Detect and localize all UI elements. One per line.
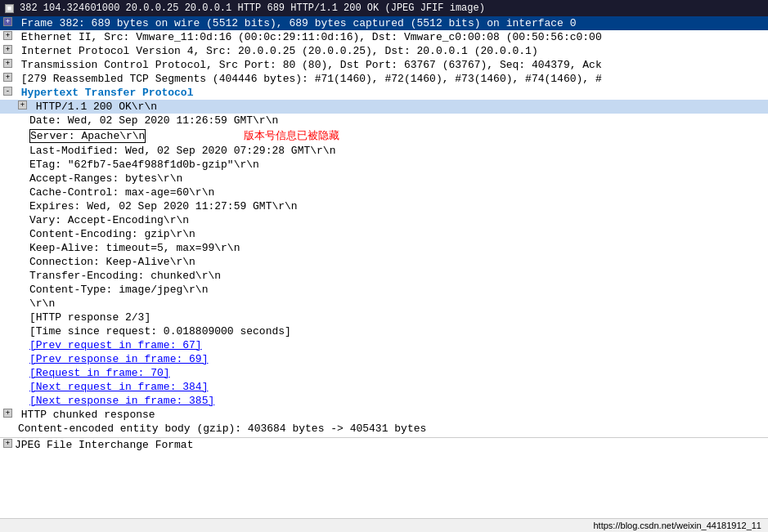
http-ok-expand-icon[interactable]: +	[18, 101, 27, 110]
http-expand-icon[interactable]: -	[3, 87, 12, 96]
http-section-line[interactable]: - Hypertext Transfer Protocol	[0, 86, 768, 100]
vary-text: Vary: Accept-Encoding\r\n	[29, 214, 189, 226]
prev-req-link[interactable]: [Prev request in frame: 67]	[29, 339, 202, 351]
server-annotation: 版本号信息已被隐藏	[244, 128, 339, 143]
http-chunked-line[interactable]: + HTTP chunked response	[0, 408, 768, 422]
crlf-line: \r\n	[0, 297, 768, 311]
chunked-expand-icon[interactable]: +	[3, 409, 12, 418]
status-bar: https://blog.csdn.net/weixin_44181912_11	[0, 518, 768, 532]
keep-alive-text: Keep-Alive: timeout=5, max=99\r\n	[29, 242, 240, 254]
title-text: 382 104.324601000 20.0.0.25 20.0.0.1 HTT…	[20, 2, 485, 14]
last-modified-line: Last-Modified: Wed, 02 Sep 2020 07:29:28…	[0, 144, 768, 158]
ip-expand-icon[interactable]: +	[3, 45, 12, 54]
ethernet-expand-icon[interactable]: +	[3, 31, 12, 40]
vary-line: Vary: Accept-Encoding\r\n	[0, 213, 768, 227]
cache-control-line: Cache-Control: max-age=60\r\n	[0, 186, 768, 199]
server-line: Server: Apache\r\n 版本号信息已被隐藏	[0, 127, 768, 144]
connection-text: Connection: Keep-Alive\r\n	[29, 256, 195, 268]
time-since-line: [Time since request: 0.018809000 seconds…	[0, 324, 768, 338]
tcp-line[interactable]: + Transmission Control Protocol, Src Por…	[0, 58, 768, 72]
status-url: https://blog.csdn.net/weixin_44181912_11	[594, 521, 762, 530]
cache-control-text: Cache-Control: max-age=60\r\n	[29, 186, 214, 199]
content-encoded-text: Content-encoded entity body (gzip): 4036…	[18, 422, 426, 435]
title-bar: ■ 382 104.324601000 20.0.0.25 20.0.0.1 H…	[0, 0, 768, 16]
http-ok-line[interactable]: + HTTP/1.1 200 OK\r\n	[0, 100, 768, 114]
reassembled-expand-icon[interactable]: +	[3, 73, 12, 82]
ethernet-text: Ethernet II, Src: Vmware_11:0d:16 (00:0c…	[15, 31, 602, 43]
jpeg-expand-icon[interactable]: +	[3, 439, 12, 448]
next-resp-link[interactable]: [Next response in frame: 385]	[29, 395, 214, 407]
http-chunked-text: HTTP chunked response	[15, 409, 155, 421]
http-section-label: Hypertext Transfer Protocol	[15, 87, 193, 99]
tcp-text: Transmission Control Protocol, Src Port:…	[15, 59, 602, 71]
content-type-text: Content-Type: image/jpeg\r\n	[29, 284, 208, 296]
next-req-line[interactable]: [Next request in frame: 384]	[0, 380, 768, 394]
prev-req-line[interactable]: [Prev request in frame: 67]	[0, 338, 768, 352]
reassembled-line[interactable]: + [279 Reassembled TCP Segments (404446 …	[0, 72, 768, 86]
date-text: Date: Wed, 02 Sep 2020 11:26:59 GMT\r\n	[29, 114, 278, 127]
accept-ranges-text: Accept-Ranges: bytes\r\n	[29, 172, 182, 185]
ethernet-line[interactable]: + Ethernet II, Src: Vmware_11:0d:16 (00:…	[0, 30, 768, 44]
jpeg-line[interactable]: + JPEG File Interchange Format	[0, 437, 768, 452]
transfer-encoding-line: Transfer-Encoding: chunked\r\n	[0, 269, 768, 283]
prev-resp-line[interactable]: [Prev response in frame: 69]	[0, 352, 768, 366]
connection-line: Connection: Keep-Alive\r\n	[0, 255, 768, 269]
transfer-encoding-text: Transfer-Encoding: chunked\r\n	[29, 270, 221, 282]
crlf-text: \r\n	[29, 297, 55, 310]
etag-text: ETag: "62fb7-5ae4f988f1d0b-gzip"\r\n	[29, 159, 259, 171]
frame-expand-icon[interactable]: +	[3, 17, 12, 26]
req-in-frame-line[interactable]: [Request in frame: 70]	[0, 366, 768, 380]
keep-alive-line: Keep-Alive: timeout=5, max=99\r\n	[0, 241, 768, 255]
server-text-boxed: Server: Apache\r\n	[29, 129, 146, 143]
frame-text: Frame 382: 689 bytes on wire (5512 bits)…	[15, 17, 577, 29]
tcp-expand-icon[interactable]: +	[3, 59, 12, 68]
expires-text: Expires: Wed, 02 Sep 2020 11:27:59 GMT\r…	[29, 200, 298, 212]
content-encoded-line: Content-encoded entity body (gzip): 4036…	[0, 422, 768, 436]
frame-line[interactable]: + Frame 382: 689 bytes on wire (5512 bit…	[0, 16, 768, 30]
content-encoding-text: Content-Encoding: gzip\r\n	[29, 228, 195, 240]
next-resp-line[interactable]: [Next response in frame: 385]	[0, 394, 768, 408]
reassembled-text: [279 Reassembled TCP Segments (404446 by…	[15, 73, 602, 85]
content-type-line: Content-Type: image/jpeg\r\n	[0, 283, 768, 297]
prev-resp-link[interactable]: [Prev response in frame: 69]	[29, 353, 208, 365]
http-response-count-line: [HTTP response 2/3]	[0, 311, 768, 324]
etag-line: ETag: "62fb7-5ae4f988f1d0b-gzip"\r\n	[0, 158, 768, 172]
accept-ranges-line: Accept-Ranges: bytes\r\n	[0, 172, 768, 186]
req-in-frame-link[interactable]: [Request in frame: 70]	[29, 367, 170, 379]
date-line: Date: Wed, 02 Sep 2020 11:26:59 GMT\r\n	[0, 114, 768, 127]
ip-line[interactable]: + Internet Protocol Version 4, Src: 20.0…	[0, 44, 768, 58]
wireshark-icon: ■	[5, 4, 14, 13]
http-ok-text: HTTP/1.1 200 OK\r\n	[29, 101, 157, 113]
jpeg-text: JPEG File Interchange Format	[15, 439, 193, 451]
time-since-text: [Time since request: 0.018809000 seconds…	[29, 325, 291, 338]
ip-text: Internet Protocol Version 4, Src: 20.0.0…	[15, 45, 538, 57]
expires-line: Expires: Wed, 02 Sep 2020 11:27:59 GMT\r…	[0, 199, 768, 213]
packet-detail-panel: + Frame 382: 689 bytes on wire (5512 bit…	[0, 16, 768, 452]
next-req-link[interactable]: [Next request in frame: 384]	[29, 381, 208, 393]
http-response-count-text: [HTTP response 2/3]	[29, 311, 150, 324]
content-encoding-line: Content-Encoding: gzip\r\n	[0, 227, 768, 241]
last-modified-text: Last-Modified: Wed, 02 Sep 2020 07:29:28…	[29, 145, 335, 157]
